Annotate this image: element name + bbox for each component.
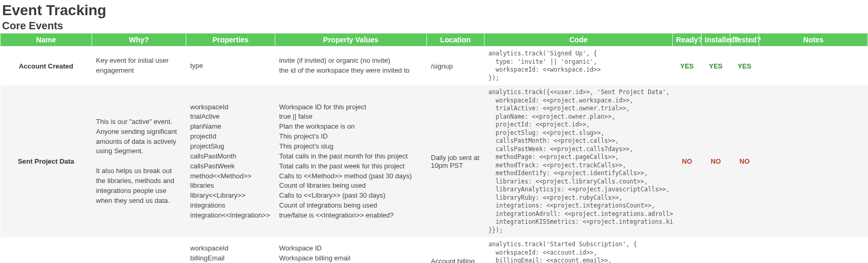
cell-tested[interactable]: NO bbox=[730, 237, 759, 263]
cell-location[interactable]: Daily job sent at 10pm PST bbox=[427, 85, 484, 237]
table-row: Account Created Key event for initial us… bbox=[1, 47, 868, 86]
cell-properties[interactable]: type bbox=[186, 47, 275, 86]
cell-values[interactable]: invite (if invited) or organic (no invit… bbox=[275, 47, 427, 86]
cell-installed[interactable]: NO bbox=[702, 237, 730, 263]
table-row: Sent Project Data This is our "active" e… bbox=[1, 85, 868, 237]
cell-tested[interactable]: NO bbox=[730, 85, 759, 237]
cell-code[interactable]: analytics.track('Started Subscription', … bbox=[484, 237, 673, 263]
cell-why[interactable]: Key event for initial user engagement bbox=[92, 47, 186, 86]
col-installed: Installed? bbox=[702, 33, 730, 47]
col-tested: Tested? bbox=[730, 33, 759, 47]
cell-properties[interactable]: workspaceId trialActive planName project… bbox=[186, 85, 275, 237]
cell-installed[interactable]: YES bbox=[702, 47, 730, 86]
col-why: Why? bbox=[92, 33, 186, 47]
cell-why[interactable]: This is our "active" event. Anyone sendi… bbox=[92, 85, 186, 237]
cell-ready[interactable]: NO bbox=[673, 237, 702, 263]
cell-tested[interactable]: YES bbox=[730, 47, 759, 86]
table-row: Subscription Started Final step of activ… bbox=[1, 237, 868, 263]
cell-notes[interactable] bbox=[759, 237, 868, 263]
col-name: Name bbox=[1, 33, 92, 47]
cell-properties[interactable]: workspaceId billingEmail previousPlanNam… bbox=[186, 237, 275, 263]
cell-name[interactable]: Sent Project Data bbox=[1, 85, 92, 237]
col-values: Property Values bbox=[275, 33, 427, 47]
cell-code[interactable]: analytics.track('Signed Up', { type: 'in… bbox=[484, 47, 673, 86]
cell-location[interactable]: Account billing settings page controller… bbox=[427, 237, 484, 263]
col-code: Code bbox=[484, 33, 673, 47]
cell-values[interactable]: Workspace ID Workspace billing email Pla… bbox=[275, 237, 427, 263]
cell-name[interactable]: Subscription Started bbox=[1, 237, 92, 263]
col-ready: Ready? bbox=[673, 33, 702, 47]
table-header-row: Name Why? Properties Property Values Loc… bbox=[1, 33, 868, 47]
cell-why[interactable]: Final step of activation funnel! bbox=[92, 237, 186, 263]
cell-notes[interactable] bbox=[759, 85, 868, 237]
cell-name[interactable]: Account Created bbox=[1, 47, 92, 86]
col-notes: Notes bbox=[759, 33, 868, 47]
cell-installed[interactable]: NO bbox=[702, 85, 730, 237]
cell-location[interactable]: /signup bbox=[427, 47, 484, 86]
section-title: Core Events bbox=[2, 20, 868, 32]
page-title: Event Tracking bbox=[2, 2, 868, 19]
cell-values[interactable]: Workspace ID for this project true || fa… bbox=[275, 85, 427, 237]
cell-ready[interactable]: NO bbox=[673, 85, 702, 237]
events-table: Name Why? Properties Property Values Loc… bbox=[0, 33, 868, 263]
col-properties: Properties bbox=[186, 33, 275, 47]
cell-notes[interactable] bbox=[759, 47, 868, 86]
cell-code[interactable]: analytics.track({<<user.id>>, 'Sent Proj… bbox=[484, 85, 673, 237]
cell-ready[interactable]: YES bbox=[673, 47, 702, 86]
col-location: Location bbox=[427, 33, 484, 47]
